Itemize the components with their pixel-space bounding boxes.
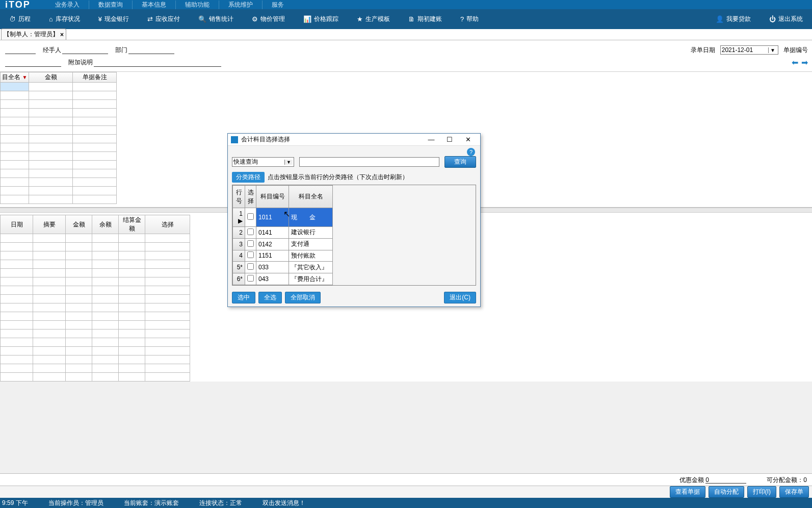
nav-data-query[interactable]: 数据查询 <box>89 1 133 9</box>
col-settle[interactable]: 结算金额 <box>119 215 145 234</box>
dept-input[interactable] <box>128 46 174 54</box>
select-all-button[interactable]: 全选 <box>258 292 282 303</box>
entry-date-label: 录单日期 <box>691 46 715 55</box>
maximize-button[interactable]: ☐ <box>440 136 459 143</box>
row-checkbox-cell[interactable] <box>245 273 256 285</box>
star-icon: ★ <box>357 15 363 23</box>
nav-business-entry[interactable]: 业务录入 <box>46 1 89 9</box>
tool-ar-ap[interactable]: ⇄应收应付 <box>138 15 189 23</box>
row-checkbox-cell[interactable] <box>245 238 256 250</box>
table-row[interactable]: 1 ▶1011现 金 <box>233 208 333 227</box>
row-checkbox[interactable] <box>247 240 254 247</box>
field-unknown-left2 <box>4 59 61 67</box>
search-mode-combo[interactable]: 快速查询 ▼ <box>232 157 294 167</box>
print-button[interactable]: 打印(I) <box>747 486 776 498</box>
nav-service[interactable]: 服务 <box>263 1 293 9</box>
tool-exit[interactable]: ⏻退出系统 <box>760 15 812 23</box>
row-number: 5* <box>233 262 245 273</box>
extra-label: 附加说明 <box>68 58 93 67</box>
select-button[interactable]: 选中 <box>232 292 255 303</box>
col-select[interactable]: 选择 <box>245 186 256 208</box>
tool-cash-bank[interactable]: ¥现金银行 <box>89 15 138 23</box>
col-name[interactable]: 科目全名 <box>289 186 333 208</box>
tab-document[interactable]: 【制单人：管理员】 × <box>1 29 66 40</box>
status-msg[interactable]: 双击发送消息！ <box>263 499 305 507</box>
handler-input[interactable] <box>62 46 108 54</box>
dept-label: 部门 <box>115 46 127 55</box>
close-button[interactable]: ✕ <box>459 136 477 143</box>
tool-help[interactable]: ?帮助 <box>451 15 488 23</box>
search-button[interactable]: 查询 <box>444 156 476 168</box>
row-code: 0142 <box>256 238 289 250</box>
tab-close-icon[interactable]: × <box>60 31 64 38</box>
row-checkbox-cell[interactable] <box>245 208 256 227</box>
nav-system[interactable]: 系统维护 <box>219 1 263 9</box>
col-note[interactable]: 单据备注 <box>73 72 117 83</box>
tool-inventory[interactable]: ⌂库存状况 <box>40 15 89 23</box>
row-checkbox-cell[interactable] <box>245 227 256 239</box>
status-account: 当前账套：演示账套 <box>124 499 179 507</box>
dialog-title: 会计科目选择选择 <box>241 135 290 144</box>
row-number: 4 <box>233 250 245 262</box>
table-row[interactable]: 20141建设银行 <box>233 227 333 239</box>
minimize-button[interactable]: ― <box>422 136 440 143</box>
col-summary[interactable]: 摘要 <box>33 215 66 234</box>
col-balance[interactable]: 余额 <box>92 215 119 234</box>
auto-alloc-button[interactable]: 自动分配 <box>709 486 744 498</box>
deselect-all-button[interactable]: 全部取消 <box>285 292 321 303</box>
col-code[interactable]: 科目编号 <box>256 186 289 208</box>
main-toolbar: ⏱历程 ⌂库存状况 ¥现金银行 ⇄应收应付 🔍销售统计 ⚙物价管理 📊价格跟踪 … <box>0 9 812 29</box>
row-number: 1 ▶ <box>233 208 245 227</box>
col-amount[interactable]: 金额 <box>29 72 73 83</box>
col-rownum[interactable]: 行号 <box>233 186 245 208</box>
row-checkbox-cell[interactable] <box>245 250 256 262</box>
tool-price-track[interactable]: 📊价格跟踪 <box>294 15 348 23</box>
nav-aux[interactable]: 辅助功能 <box>176 1 219 9</box>
tool-init-books[interactable]: 🗎期初建账 <box>399 15 451 23</box>
tool-sales-stats[interactable]: 🔍销售统计 <box>189 15 243 23</box>
subject-grid[interactable]: 行号 选择 科目编号 科目全名 1 ▶1011现 金20141建设银行30142… <box>232 185 333 285</box>
extra-input[interactable] <box>94 59 221 67</box>
next-arrow-icon[interactable]: ➡ <box>801 58 808 67</box>
tool-price-mgmt[interactable]: ⚙物价管理 <box>243 15 294 23</box>
chevron-down-icon[interactable]: ▼ <box>284 160 293 165</box>
table-row[interactable]: 5*033『其它收入』 <box>233 262 333 273</box>
power-icon: ⏻ <box>769 15 776 23</box>
path-button[interactable]: 分类路径 <box>232 172 265 183</box>
tool-history[interactable]: ⏱历程 <box>0 15 40 23</box>
dialog-titlebar[interactable]: 会计科目选择选择 ― ☐ ✕ <box>228 134 480 146</box>
row-checkbox[interactable] <box>247 213 254 220</box>
col-subject-name[interactable]: 目全名▼ <box>1 72 29 83</box>
row-number: 2 <box>233 227 245 239</box>
view-doc-button[interactable]: 查看单据 <box>670 486 705 498</box>
table-row[interactable]: 6*043『费用合计』 <box>233 273 333 285</box>
row-code: 1151 <box>256 250 289 262</box>
prev-arrow-icon[interactable]: ⬅ <box>792 58 798 67</box>
row-checkbox[interactable] <box>247 228 254 235</box>
exit-button[interactable]: 退出(C) <box>444 292 476 303</box>
search-input[interactable] <box>299 157 439 167</box>
tool-loan[interactable]: 👤我要贷款 <box>706 15 760 23</box>
home-icon: ⌂ <box>49 15 53 23</box>
discount-input[interactable]: 0 <box>705 476 746 484</box>
lower-grid[interactable]: 日期 摘要 金额 余额 结算金额 选择 <box>0 215 190 382</box>
row-checkbox[interactable] <box>247 263 254 270</box>
tool-prod-template[interactable]: ★生产模板 <box>348 15 399 23</box>
question-icon: ? <box>460 15 464 23</box>
save-button[interactable]: 保存单 <box>779 486 809 498</box>
help-icon[interactable]: ? <box>467 148 475 156</box>
chevron-down-icon[interactable]: ▼ <box>768 47 777 53</box>
row-checkbox[interactable] <box>247 275 254 282</box>
row-checkbox[interactable] <box>247 251 254 258</box>
table-row[interactable]: 41151预付账款 <box>233 250 333 262</box>
col-date[interactable]: 日期 <box>1 215 33 234</box>
upper-grid[interactable]: 目全名▼ 金额 单据备注 <box>0 72 117 204</box>
table-row[interactable]: 30142支付通 <box>233 238 333 250</box>
dropdown-icon[interactable]: ▼ <box>22 74 28 80</box>
nav-basic-info[interactable]: 基本信息 <box>133 1 176 9</box>
col-amount2[interactable]: 金额 <box>66 215 92 234</box>
entry-date-picker[interactable]: 2021-12-01 ▼ <box>720 45 778 55</box>
alloc-label: 可分配金额： <box>767 476 803 484</box>
col-select[interactable]: 选择 <box>145 215 190 234</box>
row-checkbox-cell[interactable] <box>245 262 256 273</box>
